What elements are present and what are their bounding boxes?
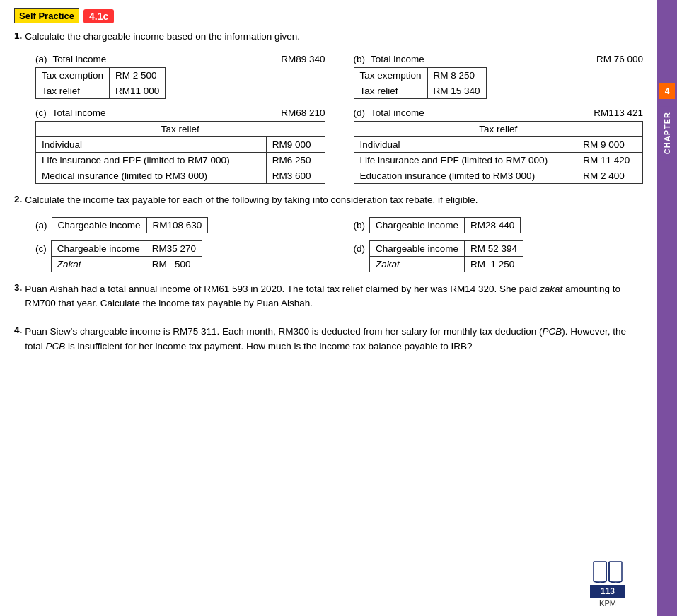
table-header-row: Tax relief (36, 121, 325, 136)
table-row: Tax relief RM11 000 (36, 83, 166, 98)
q1b: (b) Total income RM 76 000 Tax exemption… (354, 54, 644, 99)
q1c-income-line: (c) Total income RM68 210 (35, 107, 325, 118)
q2d-label: (d) (354, 243, 366, 254)
q1-number: 1. (14, 30, 22, 50)
q1a-table: Tax exemption RM 2 500 Tax relief RM11 0… (35, 67, 166, 99)
publisher-label: KPM (599, 599, 616, 608)
q2d-table: Chargeable income RM 52 394 Zakat RM 1 2… (369, 240, 523, 272)
table-row: Chargeable income RM28 440 (370, 217, 521, 233)
table-row: Tax exemption RM 8 250 (354, 67, 486, 83)
book-icon (590, 559, 625, 586)
q1c-label: (c) (35, 107, 47, 118)
q1a: (a) Total income RM89 340 Tax exemption … (35, 54, 325, 99)
page-number: 113 (601, 586, 615, 596)
q1c-table: Tax relief Individual RM9 000 Life insur… (35, 121, 325, 184)
sidebar: 4 CHAPTER (657, 0, 677, 616)
table-row: Zakat RM 1 250 (370, 256, 523, 272)
q1b-label: (b) (354, 54, 366, 64)
chapter-badge: 4 (659, 83, 675, 99)
header-box: Self Practice 4.1c (14, 8, 114, 23)
q2c-table: Chargeable income RM35 270 Zakat RM 500 (51, 240, 202, 272)
page-number-area: 113 KPM (590, 559, 625, 608)
table-row: Zakat RM 500 (51, 256, 202, 272)
q1d-table: Tax relief Individual RM 9 000 Life insu… (354, 121, 644, 184)
q4-text: Puan Siew's chargeable income is RM75 31… (25, 325, 643, 354)
table-row: Life insurance and EPF (limited to RM7 0… (36, 152, 325, 168)
q2-number: 2. (14, 194, 22, 213)
main-content: Self Practice 4.1c 1. Calculate the char… (0, 0, 657, 616)
question-3: 3. Puan Aishah had a total annual income… (14, 282, 643, 317)
table-row: Chargeable income RM 52 394 (370, 240, 523, 256)
q2a-table: Chargeable income RM108 630 (52, 217, 209, 233)
q3-text: Puan Aishah had a total annual income of… (25, 282, 643, 311)
q1d-income-line: (d) Total income RM113 421 (354, 107, 644, 118)
q1b-table: Tax exemption RM 8 250 Tax relief RM 15 … (354, 67, 487, 99)
q1a-income-line: (a) Total income RM89 340 (35, 54, 325, 64)
q1d: (d) Total income RM113 421 Tax relief In… (354, 107, 644, 184)
page-container: Self Practice 4.1c 1. Calculate the char… (0, 0, 677, 616)
question-4: 4. Puan Siew's chargeable income is RM75… (14, 325, 643, 359)
table-row: Tax relief RM 15 340 (354, 83, 486, 98)
q2b-label: (b) (354, 220, 366, 231)
q2-text: Calculate the income tax payable for eac… (25, 194, 478, 207)
table-row: Medical insurance (limited to RM3 000) R… (36, 168, 325, 183)
q2a: (a) Chargeable income RM108 630 (35, 217, 325, 233)
q2a-label: (a) (35, 220, 47, 231)
q2b: (b) Chargeable income RM28 440 (354, 217, 644, 233)
table-row: Life insurance and EPF (limited to RM7 0… (354, 152, 643, 168)
table-row: Education insurance (limited to RM3 000)… (354, 168, 643, 183)
table-row: Tax exemption RM 2 500 (36, 67, 166, 83)
q2b-table: Chargeable income RM28 440 (369, 217, 521, 233)
q1a-label: (a) (35, 54, 47, 64)
table-row: Chargeable income RM35 270 (51, 240, 202, 256)
table-header-row: Tax relief (354, 121, 643, 136)
page-num-box: 113 (590, 585, 625, 598)
table-row: Individual RM9 000 (36, 136, 325, 152)
q1b-income-line: (b) Total income RM 76 000 (354, 54, 644, 64)
q1d-label: (d) (354, 107, 366, 118)
q2c: (c) Chargeable income RM35 270 Zakat RM … (35, 240, 325, 272)
q1-text: Calculate the chargeable income based on… (25, 30, 300, 44)
question-1: 1. Calculate the chargeable income based… (14, 30, 643, 184)
table-row: Individual RM 9 000 (354, 136, 643, 152)
q4-number: 4. (14, 325, 22, 359)
svg-rect-1 (609, 562, 622, 581)
q2d: (d) Chargeable income RM 52 394 Zakat RM… (354, 240, 644, 272)
practice-number: 4.1c (83, 9, 114, 23)
self-practice-label: Self Practice (14, 8, 79, 23)
svg-rect-0 (594, 562, 606, 581)
question-2: 2. Calculate the income tax payable for … (14, 194, 643, 272)
table-row: Chargeable income RM108 630 (52, 217, 208, 233)
q2c-label: (c) (35, 243, 47, 254)
sidebar-chapter-label: CHAPTER (660, 106, 674, 160)
q1c: (c) Total income RM68 210 Tax relief Ind… (35, 107, 325, 184)
q3-number: 3. (14, 282, 22, 317)
